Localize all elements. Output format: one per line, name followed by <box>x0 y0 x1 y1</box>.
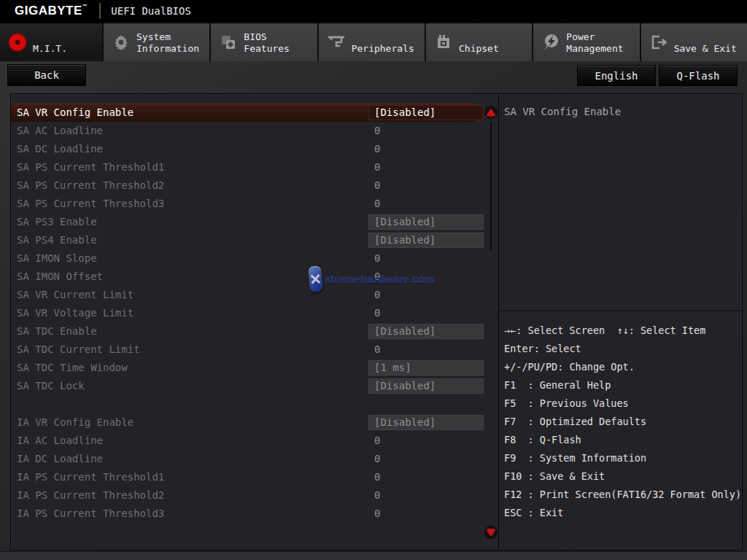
setting-value[interactable]: 0 <box>368 141 484 157</box>
setting-value[interactable]: 0 <box>368 306 484 321</box>
setting-value[interactable]: 0 <box>368 160 484 175</box>
setting-row[interactable]: SA VR Current Limit 0 <box>11 286 485 304</box>
power-icon <box>540 31 562 53</box>
setting-row[interactable]: IA AC Loadline 0 <box>11 432 485 450</box>
setting-label: SA PS Current Threshold1 <box>17 158 164 176</box>
setting-value[interactable]: 0 <box>368 433 484 448</box>
setting-value[interactable]: 0 <box>368 342 484 357</box>
setting-value[interactable]: [Disabled] <box>368 415 484 430</box>
setting-label: SA PS4 Enable <box>17 231 97 249</box>
bottom-strip <box>0 551 747 560</box>
setting-row[interactable]: SA IMON Slope 0 <box>11 249 485 268</box>
tab-label: M.I.T. <box>33 27 67 58</box>
setting-value[interactable]: 0 <box>368 123 484 139</box>
setting-row[interactable]: IA PS Current Threshold2 0 <box>11 486 485 505</box>
list-spacer <box>11 395 485 413</box>
tab-label: Save & Exit <box>674 27 737 58</box>
language-button[interactable]: English <box>577 65 656 86</box>
setting-label: SA IMON Offset <box>17 268 103 286</box>
key-hint-line: F9 : System Information <box>504 449 743 467</box>
setting-value[interactable]: 0 <box>368 488 484 503</box>
gigabyte-logo: GIGABYTE™ <box>15 4 88 18</box>
setting-label: SA TDC Current Limit <box>17 341 140 359</box>
setting-value[interactable]: 0 <box>368 287 484 303</box>
setting-row[interactable]: SA PS4 Enable [Disabled] <box>11 231 485 249</box>
setting-label: SA VR Current Limit <box>17 286 133 304</box>
setting-value[interactable]: [Disabled] <box>368 324 484 339</box>
scroll-down-arrow-icon[interactable] <box>484 526 498 539</box>
setting-row[interactable]: SA DC Loadline 0 <box>11 140 485 158</box>
key-hints: →←: Select Screen ↑↓: Select Item Enter:… <box>504 322 743 522</box>
setting-label: IA AC Loadline <box>17 432 103 450</box>
setting-value[interactable]: [Disabled] <box>368 105 484 120</box>
key-hint-line: F12 : Print Screen(FAT16/32 Format Only) <box>504 486 743 504</box>
trademark-symbol: ™ <box>82 4 88 9</box>
setting-row[interactable]: SA VR Voltage Limit 0 <box>11 304 485 322</box>
setting-value[interactable]: 0 <box>368 178 484 193</box>
setting-label: IA VR Config Enable <box>17 413 133 432</box>
chipset-icon <box>433 31 454 53</box>
setting-label: SA VR Voltage Limit <box>17 304 133 322</box>
setting-row[interactable]: SA TDC Current Limit 0 <box>11 341 485 359</box>
tab-label: BIOSFeatures <box>244 27 290 58</box>
setting-label: SA PS Current Threshold2 <box>17 176 164 195</box>
tab-mit[interactable]: M.I.T. <box>0 23 102 61</box>
qflash-button[interactable]: Q-Flash <box>659 65 738 86</box>
setting-row[interactable]: SA TDC Time Window [1 ms] <box>11 359 485 377</box>
setting-row[interactable]: SA VR Config Enable [Disabled] <box>11 104 475 122</box>
key-hint-line: +/-/PU/PD: Change Opt. <box>504 358 743 376</box>
gear-icon <box>110 31 132 53</box>
back-button[interactable]: Back <box>7 64 86 86</box>
setting-label: SA IMON Slope <box>17 249 97 268</box>
setting-row[interactable]: SA PS Current Threshold1 0 <box>11 158 485 176</box>
uefi-bios-screen: GIGABYTE™ UEFI DualBIOS M.I.T. SystemInf… <box>0 0 747 560</box>
mit-icon <box>7 31 28 53</box>
setting-row[interactable]: SA IMON Offset 0 <box>11 268 485 286</box>
tab-saveexit[interactable]: Save & Exit <box>640 23 747 61</box>
setting-label: SA DC Loadline <box>17 140 103 158</box>
setting-label: SA PS Current Threshold3 <box>17 195 164 213</box>
tab-power-management[interactable]: PowerManagement <box>532 23 639 61</box>
tab-system-information[interactable]: SystemInformation <box>102 23 209 61</box>
setting-value[interactable]: [Disabled] <box>368 233 484 248</box>
setting-value[interactable]: 0 <box>368 506 484 521</box>
firmware-title: UEFI DualBIOS <box>111 5 191 17</box>
setting-row[interactable]: SA TDC Enable [Disabled] <box>11 322 485 341</box>
setting-row[interactable]: SA PS3 Enable [Disabled] <box>11 213 485 231</box>
setting-label: SA PS3 Enable <box>17 213 97 231</box>
peripherals-icon <box>325 31 347 53</box>
settings-list: SA VR Config Enable [Disabled] SA AC Loa… <box>11 104 485 523</box>
setting-value[interactable]: 0 <box>368 251 484 266</box>
tab-chipset[interactable]: Chipset <box>425 23 532 61</box>
tab-peripherals[interactable]: Peripherals <box>317 23 425 61</box>
setting-label: IA DC Loadline <box>17 450 103 468</box>
setting-row[interactable]: IA PS Current Threshold1 0 <box>11 468 485 486</box>
setting-label: SA TDC Lock <box>17 377 85 395</box>
tab-bios-features[interactable]: BIOSFeatures <box>209 23 317 61</box>
setting-row[interactable]: SA TDC Lock [Disabled] <box>11 377 485 395</box>
setting-row[interactable]: SA AC Loadline 0 <box>11 122 485 140</box>
key-hint-line: Enter: Select <box>504 340 743 358</box>
scroll-up-arrow-icon[interactable] <box>484 106 498 119</box>
scrollbar[interactable] <box>490 122 492 250</box>
tab-label: SystemInformation <box>136 27 199 58</box>
setting-label: SA AC Loadline <box>17 122 103 140</box>
setting-value[interactable]: [Disabled] <box>368 378 484 394</box>
panel-divider <box>498 94 499 550</box>
key-hint-line: F8 : Q-Flash <box>504 431 743 449</box>
setting-value[interactable]: 0 <box>368 196 484 211</box>
header-divider <box>99 3 101 19</box>
setting-value[interactable]: 0 <box>368 269 484 284</box>
setting-value[interactable]: 0 <box>368 451 484 467</box>
setting-row[interactable]: SA PS Current Threshold2 0 <box>11 176 485 195</box>
setting-value[interactable]: [Disabled] <box>368 214 484 230</box>
setting-row[interactable]: IA PS Current Threshold3 0 <box>11 505 485 523</box>
tab-label: PowerManagement <box>566 27 623 58</box>
setting-row[interactable]: IA DC Loadline 0 <box>11 450 485 468</box>
setting-row[interactable]: SA PS Current Threshold3 0 <box>11 195 485 213</box>
setting-value[interactable]: 0 <box>368 470 484 485</box>
tab-label: Chipset <box>459 27 499 58</box>
main-frame: SA VR Config Enable [Disabled] SA AC Loa… <box>10 93 743 551</box>
setting-row[interactable]: IA VR Config Enable [Disabled] <box>11 413 485 432</box>
setting-value[interactable]: [1 ms] <box>368 360 484 376</box>
